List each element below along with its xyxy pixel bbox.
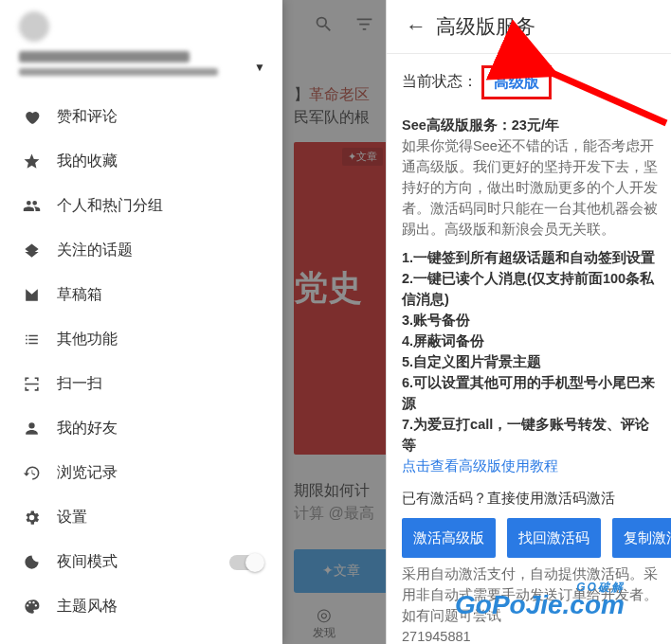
account-caret-icon[interactable]: ▼ xyxy=(254,61,265,74)
drawer-header[interactable]: ▼ xyxy=(0,0,282,81)
feed-card[interactable]: ✦文章 党史 xyxy=(294,142,389,455)
menu-scan[interactable]: 扫一扫 xyxy=(0,362,282,406)
group-icon xyxy=(23,197,57,215)
feature-list: 1.一键签到所有超级话题和自动签到设置 2.一键已读个人消息(仅支持前面100条… xyxy=(402,247,658,456)
service-headline: See高级版服务：23元/年 xyxy=(402,115,658,135)
menu-theme[interactable]: 主题风格 xyxy=(0,584,282,629)
person-icon xyxy=(23,420,57,438)
card-tag: ✦文章 xyxy=(342,148,383,166)
mail-icon xyxy=(23,286,57,304)
menu-settings[interactable]: 设置 xyxy=(0,495,282,540)
menu-favorites[interactable]: 我的收藏 xyxy=(0,139,282,184)
list-icon xyxy=(23,331,57,349)
star-icon xyxy=(23,152,57,170)
card-text: 党史 xyxy=(294,265,362,312)
copy-code-button[interactable]: 复制激活码 xyxy=(612,518,671,558)
palette-icon xyxy=(23,598,57,616)
feed-snippet: 】革命老区 民军队的根 xyxy=(294,83,379,129)
menu-groups[interactable]: 个人和热门分组 xyxy=(0,184,282,228)
premium-page: ← 高级版服务 当前状态： 高级版 See高级版服务：23元/年 如果你觉得Se… xyxy=(386,0,671,644)
have-code-text: 已有激活码？直接使用激活码激活 xyxy=(402,488,658,509)
search-icon[interactable] xyxy=(314,14,334,39)
heart-icon xyxy=(23,108,57,126)
nav-drawer: ▼ 赞和评论 我的收藏 个人和热门分组 关注的话题 草稿箱 其他功能 扫一扫 我… xyxy=(0,0,282,644)
tab-discover[interactable]: ◎发现 xyxy=(313,604,336,641)
status-badge: 高级版 xyxy=(481,65,552,99)
activate-button[interactable]: 激活高级版 xyxy=(402,518,496,558)
feed-snippet-2: 期限如何计 计算 @最高 xyxy=(294,479,374,525)
current-status: 当前状态： 高级版 xyxy=(402,65,658,99)
avatar[interactable] xyxy=(19,11,49,42)
moon-icon xyxy=(23,553,57,571)
filter-icon[interactable] xyxy=(354,14,374,39)
page-title: 高级版服务 xyxy=(436,13,535,40)
menu-drafts[interactable]: 草稿箱 xyxy=(0,273,282,317)
gear-icon xyxy=(23,509,57,527)
feed-article-badge[interactable]: ✦文章 xyxy=(294,549,389,593)
back-icon[interactable]: ← xyxy=(406,14,426,39)
history-icon xyxy=(23,464,57,482)
menu-other[interactable]: 其他功能 xyxy=(0,317,282,362)
night-mode-switch[interactable] xyxy=(229,555,262,570)
menu-topics[interactable]: 关注的话题 xyxy=(0,228,282,273)
menu-friends[interactable]: 我的好友 xyxy=(0,406,282,451)
right-header: ← 高级版服务 xyxy=(387,0,671,54)
menu-history[interactable]: 浏览记录 xyxy=(0,451,282,495)
tutorial-link[interactable]: 点击查看高级版使用教程 xyxy=(402,456,658,476)
menu-likes-comments[interactable]: 赞和评论 xyxy=(0,95,282,139)
auto-pay-note: 采用自动激活支付，自动提供激活码。采用非自动式需要手动发送订单给开发者。如有问题… xyxy=(402,564,658,644)
tag-icon xyxy=(23,242,57,259)
retrieve-code-button[interactable]: 找回激活码 xyxy=(507,518,601,558)
service-blurb: 如果你觉得See还不错的话，能否考虑开通高级版。我们更好的坚持开发下去，坚持好的… xyxy=(402,135,658,240)
menu-night-mode[interactable]: 夜间模式 xyxy=(0,540,282,584)
scan-icon xyxy=(23,375,57,393)
